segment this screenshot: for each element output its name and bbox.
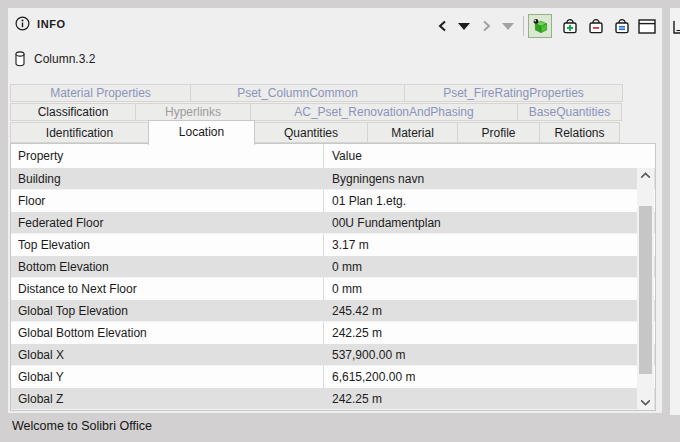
tab-label: Material Properties [50, 86, 151, 100]
tab-material-properties[interactable]: Material Properties [10, 84, 191, 102]
value-column-header: Value [323, 149, 362, 163]
panel-title-row: INFO [15, 16, 66, 31]
tab-quantities[interactable]: Quantities [254, 122, 368, 143]
tab-row-2: ClassificationHyperlinksAC_Pset_Renovati… [10, 103, 630, 121]
table-header: Property Value [11, 144, 655, 168]
tab-classification[interactable]: Classification [10, 103, 136, 121]
property-cell: Federated Floor [11, 216, 323, 230]
property-cell: Distance to Next Floor [11, 282, 323, 296]
tab-label: BaseQuantities [529, 105, 610, 119]
layout-window-icon [638, 19, 656, 34]
value-cell: 3.17 m [323, 238, 369, 252]
partial-tool-icon [673, 20, 680, 35]
layout-button[interactable] [635, 14, 659, 38]
tab-label: Location [179, 125, 224, 139]
scroll-up-button[interactable] [637, 168, 654, 182]
value-cell: Bygningens navn [323, 172, 424, 186]
property-cell: Global Z [11, 392, 323, 406]
tab-label: Pset_FireRatingProperties [443, 86, 584, 100]
scroll-track[interactable] [639, 182, 652, 395]
tab-location[interactable]: Location [148, 120, 255, 145]
back-icon [437, 20, 448, 32]
highlight-in-3d-button[interactable] [528, 14, 552, 38]
tab-label: Identification [46, 126, 113, 140]
tab-material[interactable]: Material [367, 122, 458, 143]
table-row[interactable]: Top Elevation3.17 m [11, 234, 655, 256]
tab-row-1: Material PropertiesPset_ColumnCommonPset… [10, 84, 630, 102]
back-history-button[interactable] [453, 14, 475, 38]
scroll-thumb[interactable] [639, 206, 652, 374]
tab-relations[interactable]: Relations [539, 122, 620, 143]
tab-pset-fireratingproperties[interactable]: Pset_FireRatingProperties [404, 84, 623, 102]
property-cell: Building [11, 172, 323, 186]
value-cell: 245.42 m [323, 304, 382, 318]
tab-strip: Material PropertiesPset_ColumnCommonPset… [10, 84, 630, 145]
value-cell: 0 mm [323, 282, 362, 296]
table-row[interactable]: Global Z242.25 m [11, 388, 655, 410]
forward-button[interactable] [475, 14, 497, 38]
property-cell: Global Bottom Elevation [11, 326, 323, 340]
tab-label: Profile [481, 126, 515, 140]
back-history-dropdown-icon [458, 23, 470, 30]
tab-label: Relations [554, 126, 604, 140]
info-panel: INFO [8, 8, 662, 413]
toolbar [431, 13, 659, 39]
table-row[interactable]: Distance to Next Floor0 mm [11, 278, 655, 300]
value-cell: 00U Fundamentplan [323, 216, 441, 230]
property-cell: Global Y [11, 370, 323, 384]
value-cell: 6,615,200.00 m [323, 370, 415, 384]
adjacent-panel-edge [670, 8, 680, 415]
tab-ac-pset-renovationandphasing[interactable]: AC_Pset_RenovationAndPhasing [250, 103, 518, 121]
table-row[interactable]: Global X537,900.00 m [11, 344, 655, 366]
tab-label: Hyperlinks [165, 105, 221, 119]
property-cell: Global Top Elevation [11, 304, 323, 318]
table-row[interactable]: Federated Floor00U Fundamentplan [11, 212, 655, 234]
basket-set-icon [613, 17, 631, 35]
selected-element-row: Column.3.2 [15, 51, 95, 67]
table-row[interactable]: Floor01 Plan 1.etg. [11, 190, 655, 212]
tab-pset-columncommon[interactable]: Pset_ColumnCommon [190, 84, 405, 102]
chevron-down-icon [640, 399, 651, 406]
basket-set-button[interactable] [609, 14, 635, 38]
value-cell: 242.25 m [323, 326, 382, 340]
selected-element-name: Column.3.2 [34, 52, 95, 66]
tab-row-3: IdentificationLocationQuantitiesMaterial… [10, 122, 630, 145]
basket-remove-icon [587, 17, 605, 35]
chevron-up-icon [640, 172, 651, 179]
table-row[interactable]: Global Top Elevation245.42 m [11, 300, 655, 322]
property-cell: Bottom Elevation [11, 260, 323, 274]
tab-label: Quantities [284, 126, 338, 140]
tab-label: Classification [38, 105, 109, 119]
forward-history-dropdown-icon [502, 23, 514, 30]
vertical-scrollbar[interactable] [637, 168, 654, 409]
basket-remove-button[interactable] [583, 14, 609, 38]
highlight-in-3d-cube-icon [532, 18, 549, 35]
info-icon [15, 16, 30, 31]
table-row[interactable]: Global Bottom Elevation242.25 m [11, 322, 655, 344]
table-row[interactable]: BuildingBygningens navn [11, 168, 655, 190]
panel-title: INFO [37, 18, 66, 30]
table-row[interactable]: Bottom Elevation0 mm [11, 256, 655, 278]
property-cell: Top Elevation [11, 238, 323, 252]
tab-label: Material [391, 126, 434, 140]
toolbar-separator [523, 16, 524, 36]
tab-profile[interactable]: Profile [457, 122, 540, 143]
tab-hyperlinks[interactable]: Hyperlinks [135, 103, 251, 121]
tab-identification[interactable]: Identification [10, 122, 149, 143]
basket-add-button[interactable] [557, 14, 583, 38]
status-bar-text: Welcome to Solibri Office [12, 419, 152, 433]
column-icon [15, 51, 25, 67]
basket-add-icon [561, 17, 579, 35]
tab-label: AC_Pset_RenovationAndPhasing [294, 105, 473, 119]
table-body: BuildingBygningens navnFloor01 Plan 1.et… [11, 168, 655, 410]
forward-history-button[interactable] [497, 14, 519, 38]
tab-label: Pset_ColumnCommon [237, 86, 358, 100]
scroll-down-button[interactable] [637, 395, 654, 409]
tab-basequantities[interactable]: BaseQuantities [517, 103, 622, 121]
back-button[interactable] [431, 14, 453, 38]
value-cell: 242.25 m [323, 392, 382, 406]
value-cell: 0 mm [323, 260, 362, 274]
table-row[interactable]: Global Y6,615,200.00 m [11, 366, 655, 388]
value-cell: 01 Plan 1.etg. [323, 194, 406, 208]
property-cell: Global X [11, 348, 323, 362]
